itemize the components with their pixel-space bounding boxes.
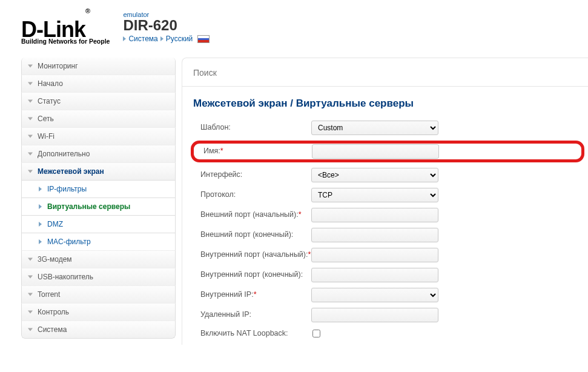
row-int-port-start: Внутренний порт (начальный):*: [193, 248, 577, 262]
input-ext-port-end[interactable]: [311, 228, 438, 242]
label-nat-loopback: Включить NAT Loopback:: [193, 329, 311, 339]
sidebar-item-status[interactable]: Статус: [21, 92, 176, 110]
breadcrumb-lang[interactable]: Русский: [166, 35, 193, 43]
logo-text: D-Link®: [21, 19, 110, 41]
row-name: Имя:*: [196, 144, 576, 159]
sidebar-item-torrent[interactable]: Torrent: [21, 285, 176, 304]
page-title: Межсетевой экран / Виртуальные серверы: [182, 98, 588, 121]
sidebar-item-monitoring[interactable]: Мониторинг: [21, 58, 176, 75]
sidebar: Мониторинг Начало Статус Сеть Wi-Fi Допо…: [0, 58, 182, 345]
model-label: DIR-620: [123, 17, 210, 34]
sidebar-item-control[interactable]: Контроль: [21, 303, 176, 321]
sidebar-item-3g[interactable]: 3G-модем: [21, 250, 176, 268]
sidebar-sub-mac-filter[interactable]: MAC-фильтр: [21, 233, 176, 251]
row-interface: Интерфейс: <Все>: [193, 168, 577, 182]
logo: D-Link® Building Networks for People: [21, 19, 110, 45]
label-interface: Интерфейс:: [193, 170, 311, 180]
label-int-ip: Внутренний IP:*: [193, 290, 311, 300]
row-ext-port-end: Внешний порт (конечный):: [193, 228, 577, 242]
form-virtual-server: Шаблон: Custom Имя:* Интерфейс: <Все> Пр…: [182, 121, 588, 339]
sidebar-item-usb[interactable]: USB-накопитель: [21, 268, 176, 286]
select-int-ip[interactable]: [311, 288, 438, 302]
checkbox-nat-loopback[interactable]: [312, 330, 320, 337]
label-int-port-end: Внутренний порт (конечный):: [193, 270, 311, 280]
divider: [182, 86, 588, 87]
sidebar-item-wifi[interactable]: Wi-Fi: [21, 127, 176, 145]
input-ext-port-start[interactable]: [311, 208, 438, 222]
select-interface[interactable]: <Все>: [311, 168, 438, 182]
row-nat-loopback: Включить NAT Loopback:: [193, 328, 577, 339]
label-name: Имя:*: [196, 147, 312, 156]
select-protocol[interactable]: TCP: [311, 188, 438, 202]
highlight-name-row: Имя:*: [191, 141, 584, 162]
chevron-right-icon: [123, 36, 126, 41]
sidebar-item-advanced[interactable]: Дополнительно: [21, 145, 176, 163]
row-protocol: Протокол: TCP: [193, 188, 577, 202]
row-template: Шаблон: Custom: [193, 121, 577, 135]
breadcrumb-system[interactable]: Система: [128, 35, 157, 43]
chevron-right-icon: [160, 36, 164, 41]
sidebar-item-start[interactable]: Начало: [21, 75, 176, 93]
row-int-ip: Внутренний IP:*: [193, 288, 577, 302]
search-input[interactable]: [193, 65, 577, 80]
sidebar-item-firewall[interactable]: Межсетевой экран: [21, 162, 176, 181]
input-int-port-start[interactable]: [311, 248, 438, 262]
label-protocol: Протокол:: [193, 190, 311, 200]
row-remote-ip: Удаленный IP:: [193, 308, 577, 322]
label-template: Шаблон:: [193, 123, 311, 133]
sidebar-sub-ip-filters[interactable]: IP-фильтры: [21, 180, 176, 198]
header-right: emulator DIR-620 Система Русский: [123, 11, 210, 44]
label-ext-port-end: Внешний порт (конечный):: [193, 230, 311, 240]
row-ext-port-start: Внешний порт (начальный):*: [193, 208, 577, 222]
breadcrumb: Система Русский: [123, 35, 210, 43]
label-int-port-start: Внутренний порт (начальный):*: [193, 250, 311, 260]
content: Межсетевой экран / Виртуальные серверы Ш…: [182, 58, 588, 345]
sidebar-sub-virtual-servers[interactable]: Виртуальные серверы: [21, 198, 176, 216]
select-template[interactable]: Custom: [311, 121, 438, 135]
input-name[interactable]: [312, 144, 439, 159]
row-int-port-end: Внутренний порт (конечный):: [193, 268, 577, 282]
input-int-port-end[interactable]: [311, 268, 438, 282]
input-remote-ip[interactable]: [311, 308, 438, 322]
label-remote-ip: Удаленный IP:: [193, 310, 311, 320]
sidebar-sub-dmz[interactable]: DMZ: [21, 215, 176, 233]
label-ext-port-start: Внешний порт (начальный):*: [193, 210, 311, 220]
sidebar-item-network[interactable]: Сеть: [21, 110, 176, 128]
sidebar-item-system[interactable]: Система: [21, 321, 176, 339]
header: D-Link® Building Networks for People emu…: [0, 0, 588, 50]
flag-russia-icon[interactable]: [197, 35, 210, 43]
